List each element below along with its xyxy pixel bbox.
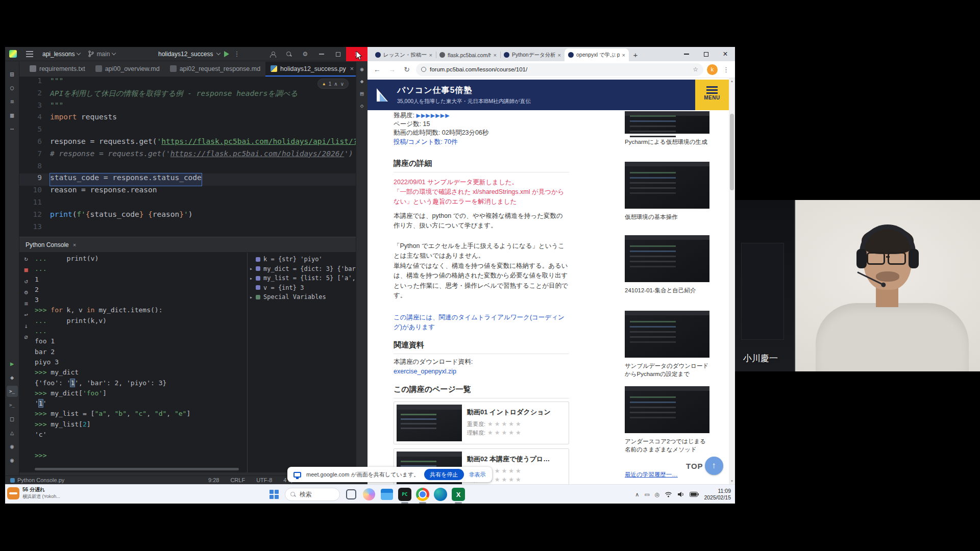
lesson-page-card[interactable]: 動画01 イントロダクション重要度:★★★★★理解度:★★★★★ (394, 402, 569, 444)
project-icon[interactable]: ▤ (7, 68, 18, 80)
editor-tab[interactable]: holidays12_success.py× (265, 62, 359, 77)
python-console-icon[interactable]: >_ (7, 386, 18, 397)
page-scrollbar[interactable]: ▲ ▼ (729, 78, 735, 484)
restart-icon[interactable]: ↺ (21, 276, 31, 286)
services-icon[interactable]: □ (7, 413, 18, 424)
close-button[interactable]: × (716, 47, 735, 61)
gradle-icon[interactable]: ◇ (357, 101, 367, 111)
console-output[interactable]: ... print(v)...123>>> for k, v in my_dic… (35, 254, 243, 465)
history-link[interactable]: 最近の学習履歴一… (625, 471, 678, 479)
project-widget[interactable]: api_lessons (38, 48, 84, 60)
new-tab-button[interactable]: + (629, 48, 642, 61)
code-with-me-icon[interactable] (264, 47, 281, 61)
filter-icon[interactable]: ≡ (21, 298, 31, 309)
taskbar-clock[interactable]: 11:09 2025/02/15 (704, 488, 731, 501)
console-horizontal-scrollbar[interactable] (35, 468, 239, 470)
expand-icon[interactable]: ▸ (250, 294, 256, 300)
browser-tab[interactable]: レッスン・投稿一覧 |× (372, 48, 436, 61)
vcs-icon[interactable]: ◉ (7, 441, 18, 452)
browser-menu-icon[interactable]: ⋮ (721, 66, 731, 73)
plugins-icon[interactable]: ▦ (7, 110, 18, 121)
copilot-icon[interactable] (363, 488, 375, 500)
related-video-item[interactable]: アンダースコア2つではじまる名前のさまざまなメソッド (625, 386, 709, 454)
wifi-icon[interactable] (665, 491, 672, 497)
variable-row[interactable]: ▸my_list = {list: 5} ['a', 'b', 'c', 'd'… (248, 273, 356, 283)
settings-gear-icon[interactable]: ⚙ (297, 47, 313, 61)
minimize-button[interactable] (677, 47, 696, 61)
scroll-up-arrow[interactable]: ▲ (729, 78, 735, 84)
console-tab-label[interactable]: Python Console (26, 241, 69, 248)
notifications-icon[interactable]: ◉ (7, 455, 18, 466)
debug-icon[interactable]: ◆ (7, 372, 18, 383)
pycharm-icon[interactable]: PC (398, 488, 411, 501)
code-editor[interactable]: 1"""2APIを利用して休日の情報を取得する例 - response head… (19, 77, 356, 237)
site-logo-icon[interactable] (375, 86, 392, 104)
chrome-icon[interactable] (416, 488, 429, 501)
run-config-name[interactable]: holidays12_success (158, 51, 213, 58)
more-run-options-icon[interactable]: ⋮ (233, 50, 240, 58)
chevron-down-icon[interactable] (216, 51, 220, 55)
close-tab-icon[interactable]: × (429, 52, 432, 58)
explorer-icon[interactable] (381, 489, 393, 500)
browser-tab[interactable]: openpyxl で学ぶ py× (565, 48, 629, 61)
variable-row[interactable]: k = {str} 'piyo' (248, 255, 356, 264)
stop-sharing-button[interactable]: 共有を停止 (424, 469, 463, 480)
expand-icon[interactable]: ▸ (250, 266, 256, 271)
rerun-icon[interactable]: ↻ (21, 254, 31, 264)
reload-button[interactable]: ↻ (401, 65, 412, 73)
status-file-name[interactable]: Python Console.py (10, 477, 64, 483)
download-link[interactable]: exercise_openpyxl.zip (394, 368, 569, 375)
minimize-button[interactable] (313, 47, 330, 61)
stop-icon[interactable]: ■ (21, 265, 31, 275)
close-tab-icon[interactable]: × (494, 52, 497, 58)
site-info-icon[interactable] (421, 67, 426, 72)
weather-widget[interactable]: 56 分遅れ 横浜新道 (Yokoh... (7, 486, 60, 500)
ai-assistant-icon[interactable]: ◆ (357, 77, 367, 86)
volume-icon[interactable] (677, 491, 684, 497)
related-video-item[interactable]: Pycharmによる仮想環境の生成 (625, 111, 709, 146)
expand-icon[interactable]: ▸ (250, 276, 256, 281)
run-button[interactable] (224, 51, 229, 57)
related-video-item[interactable]: サンプルデータのダウンロードからPycharmの設定まで (625, 311, 709, 378)
address-bar[interactable]: forum.pc5bai.com/lesson/course/101/ ☆ (416, 63, 703, 76)
structure-icon[interactable]: ≡ (7, 96, 18, 107)
profile-avatar[interactable]: k (707, 64, 718, 75)
run-icon[interactable]: ▶ (7, 358, 18, 369)
browser-tab[interactable]: flask.pc5bai.com/ho× (436, 48, 500, 61)
editor-tab[interactable]: requirements.txt (24, 62, 90, 77)
editor-tab[interactable]: api02_request_response.md (165, 62, 265, 77)
editor-tab[interactable]: api00_overview.md (90, 62, 165, 77)
scroll-down-arrow[interactable]: ▼ (729, 478, 735, 484)
prev-warning-icon[interactable]: ∧ (334, 81, 337, 87)
notifications-icon[interactable]: ◉ (357, 64, 367, 74)
maximize-button[interactable] (330, 47, 346, 61)
settings-icon[interactable]: ⚙ (21, 287, 31, 297)
edge-icon[interactable] (434, 488, 447, 501)
status-item[interactable]: UTF-8 (256, 477, 272, 483)
start-button[interactable] (268, 488, 280, 500)
site-title[interactable]: パソコン仕事5倍塾 (397, 85, 531, 96)
main-menu-icon[interactable] (26, 54, 33, 55)
problems-icon[interactable]: △ (7, 427, 18, 438)
scrollbar-thumb[interactable] (730, 114, 734, 190)
battery-icon[interactable] (690, 492, 699, 497)
excel-icon[interactable]: X (452, 488, 465, 501)
status-item[interactable]: CRLF (230, 477, 245, 483)
tray-app-icon[interactable]: ▭ (644, 491, 649, 498)
variable-row[interactable]: ▸Special Variables (248, 292, 356, 302)
forward-button[interactable]: → (386, 65, 398, 73)
commit-icon[interactable]: ○ (7, 82, 18, 93)
related-video-item[interactable]: 仮想環境の基本操作 (625, 162, 709, 221)
more-icon[interactable]: ⋯ (7, 123, 18, 135)
menu-button[interactable]: MENU (695, 80, 729, 110)
scroll-to-top-button[interactable]: TOP ↑ (686, 457, 723, 475)
tray-chevron-icon[interactable]: ∧ (635, 491, 639, 498)
bookmark-star-icon[interactable]: ☆ (693, 66, 698, 73)
terminal-icon[interactable]: >_ (7, 399, 18, 411)
task-view-icon[interactable] (346, 489, 356, 499)
clear-icon[interactable]: ∅ (21, 332, 31, 342)
close-tab-icon[interactable]: × (558, 52, 561, 58)
microphone-icon[interactable]: ◎ (655, 491, 660, 498)
next-warning-icon[interactable]: ∨ (340, 81, 344, 87)
close-console-icon[interactable]: × (73, 242, 76, 248)
